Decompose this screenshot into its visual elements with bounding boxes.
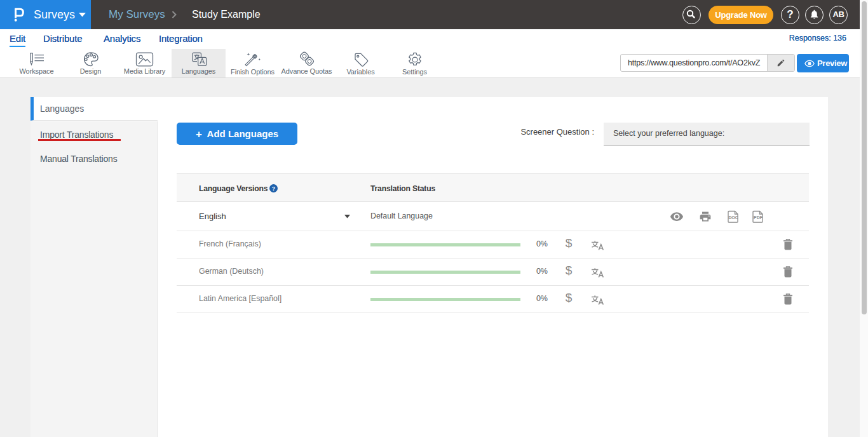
svg-text:PDF: PDF bbox=[754, 215, 763, 220]
svg-text:?: ? bbox=[272, 185, 276, 192]
svg-text:DOC: DOC bbox=[728, 215, 738, 220]
